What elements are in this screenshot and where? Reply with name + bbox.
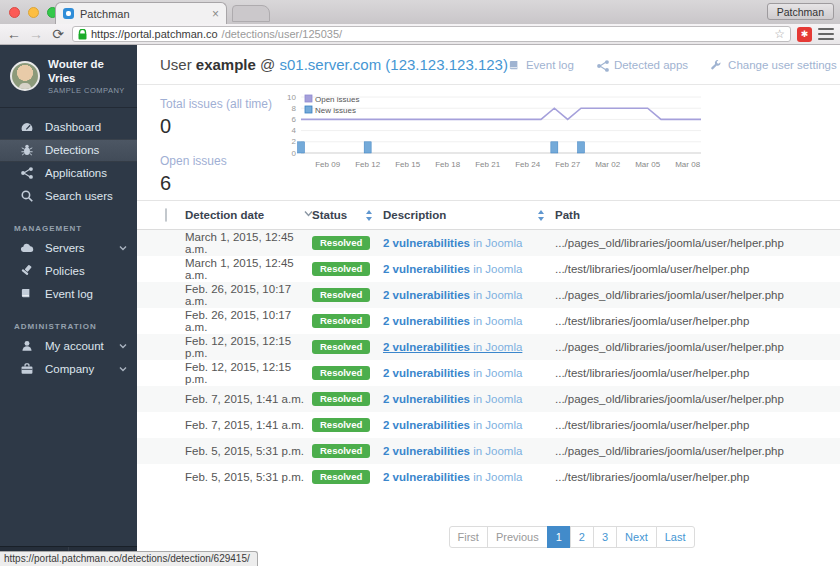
- vulnerability-link[interactable]: 2 vulnerabilities in Joomla: [383, 367, 522, 379]
- svg-text:6: 6: [292, 115, 297, 124]
- sidebar-item-company[interactable]: Company: [0, 358, 137, 381]
- description-cell: 2 vulnerabilities in Joomla: [383, 289, 555, 301]
- status-badge: Resolved: [312, 470, 370, 484]
- sidebar-user-block[interactable]: Wouter de Vries SAMPLE COMPANY: [0, 45, 137, 108]
- header-action-label: Detected apps: [614, 59, 688, 71]
- sidebar-item-label: Servers: [45, 242, 108, 254]
- path-cell: .../test/libraries/joomla/user/helper.ph…: [555, 419, 840, 431]
- vulnerability-count: 2 vulnerabilities: [383, 393, 470, 405]
- svg-text:Feb 21: Feb 21: [475, 160, 500, 169]
- path-text: .../pages_old/libraries/joomla/user/help…: [555, 289, 784, 301]
- patchman-favicon-icon: [63, 8, 74, 19]
- vulnerability-count: 2 vulnerabilities: [383, 445, 470, 457]
- menu-icon[interactable]: [818, 28, 834, 40]
- tab-close-icon[interactable]: ×: [212, 8, 219, 20]
- extension-icon[interactable]: ✱: [797, 27, 812, 42]
- vulnerability-link[interactable]: 2 vulnerabilities in Joomla: [383, 237, 522, 249]
- book-icon: [508, 59, 520, 71]
- path-text: .../test/libraries/joomla/user/helper.ph…: [555, 367, 749, 379]
- sidebar-item-dashboard[interactable]: Dashboard: [0, 116, 137, 139]
- vulnerability-link[interactable]: 2 vulnerabilities in Joomla: [383, 341, 522, 353]
- detection-date-cell: Feb. 12, 2015, 12:15 p.m.: [185, 335, 312, 359]
- page-button-next[interactable]: Next: [616, 526, 657, 548]
- vulnerability-link[interactable]: 2 vulnerabilities in Joomla: [383, 289, 522, 301]
- vulnerability-link[interactable]: 2 vulnerabilities in Joomla: [383, 445, 522, 457]
- path-text: .../pages_old/libraries/joomla/user/help…: [555, 445, 784, 457]
- vulnerability-app: in Joomla: [470, 419, 522, 431]
- sidebar-item-applications[interactable]: Applications: [0, 162, 137, 185]
- briefcase-icon: [20, 362, 34, 376]
- header-action-event-log[interactable]: Event log: [508, 59, 574, 71]
- sidebar-item-my-account[interactable]: My account: [0, 335, 137, 358]
- forward-button[interactable]: →: [28, 27, 44, 41]
- vulnerability-link[interactable]: 2 vulnerabilities in Joomla: [383, 393, 522, 405]
- issues-chart: 0246810Feb 09Feb 12Feb 15Feb 18Feb 21Feb…: [277, 89, 707, 181]
- vulnerability-app: in Joomla: [470, 289, 522, 301]
- window-controls: [9, 7, 58, 18]
- server-link[interactable]: s01.server.com (123.123.123.123): [279, 56, 507, 73]
- page-button-2[interactable]: 2: [570, 526, 594, 548]
- window-minimize-button[interactable]: [28, 7, 39, 18]
- vulnerability-link[interactable]: 2 vulnerabilities in Joomla: [383, 263, 522, 275]
- vulnerability-link[interactable]: 2 vulnerabilities in Joomla: [383, 419, 522, 431]
- sort-both-icon[interactable]: [537, 210, 545, 220]
- svg-text:Feb 18: Feb 18: [435, 160, 460, 169]
- table-row: Feb. 7, 2015, 1:41 a.m.Resolved2 vulnera…: [137, 412, 840, 438]
- svg-text:Mar 08: Mar 08: [675, 160, 700, 169]
- sort-both-icon[interactable]: [365, 210, 373, 220]
- window-close-button[interactable]: [9, 7, 20, 18]
- sidebar-item-policies[interactable]: Policies: [0, 260, 137, 283]
- chevron-down-icon: [119, 245, 127, 251]
- status-cell: Resolved: [312, 314, 383, 328]
- page-button-3[interactable]: 3: [593, 526, 617, 548]
- header-action-label: Change user settings: [728, 59, 837, 71]
- header-action-detected-apps[interactable]: Detected apps: [596, 59, 688, 71]
- description-cell: 2 vulnerabilities in Joomla: [383, 367, 555, 379]
- sidebar-item-detections[interactable]: Detections: [0, 139, 137, 162]
- back-button[interactable]: ←: [6, 27, 22, 41]
- overview-panel: Total issues (all time)0Open issues6 024…: [137, 85, 840, 195]
- sidebar-company-name: SAMPLE COMPANY: [48, 86, 129, 95]
- detections-table: Detection dateStatusDescriptionPath Marc…: [137, 200, 840, 490]
- sidebar-item-event-log[interactable]: Event log: [0, 283, 137, 306]
- sidebar-item-label: Applications: [45, 167, 127, 179]
- header-action-change-user-settings[interactable]: Change user settings: [710, 59, 837, 71]
- column-header-description[interactable]: Description: [383, 209, 555, 221]
- path-text: .../pages_old/libraries/joomla/user/help…: [555, 341, 784, 353]
- sidebar-item-search-users[interactable]: Search users: [0, 185, 137, 208]
- browser-tab[interactable]: Patchman ×: [55, 2, 227, 24]
- vulnerability-app: in Joomla: [470, 237, 522, 249]
- table-row: Feb. 5, 2015, 5:31 p.m.Resolved2 vulnera…: [137, 464, 840, 490]
- status-cell: Resolved: [312, 470, 383, 484]
- user-icon: [20, 339, 34, 353]
- sidebar-item-servers[interactable]: Servers: [0, 237, 137, 260]
- sort-desc-icon[interactable]: [304, 210, 312, 220]
- path-text: .../test/libraries/joomla/user/helper.ph…: [555, 263, 749, 275]
- bookmark-star-icon[interactable]: ☆: [774, 27, 785, 41]
- sidebar-section-title: MANAGEMENT: [0, 224, 137, 237]
- column-header-status[interactable]: Status: [312, 209, 383, 221]
- path-cell: .../pages_old/libraries/joomla/user/help…: [555, 289, 840, 301]
- path-cell: .../pages_old/libraries/joomla/user/help…: [555, 445, 840, 457]
- sidebar-item-label: Detections: [45, 144, 127, 156]
- vulnerability-link[interactable]: 2 vulnerabilities in Joomla: [383, 315, 522, 327]
- chevron-down-icon: [119, 366, 127, 372]
- status-badge: Resolved: [312, 366, 370, 380]
- new-tab-button[interactable]: [232, 5, 270, 22]
- stat-value: 0: [160, 115, 280, 138]
- page-button-last[interactable]: Last: [656, 526, 695, 548]
- column-header-path[interactable]: Path: [555, 209, 840, 221]
- url-bar[interactable]: https://portal.patchman.co/detections/us…: [72, 26, 791, 42]
- status-cell: Resolved: [312, 340, 383, 354]
- status-cell: Resolved: [312, 444, 383, 458]
- vulnerability-link[interactable]: 2 vulnerabilities in Joomla: [383, 471, 522, 483]
- search-icon: [20, 189, 34, 203]
- description-cell: 2 vulnerabilities in Joomla: [383, 341, 555, 353]
- reload-button[interactable]: ⟳: [50, 27, 66, 41]
- table-row: March 1, 2015, 12:45 a.m.Resolved2 vulne…: [137, 256, 840, 282]
- profile-button[interactable]: Patchman: [767, 3, 834, 20]
- status-bar-link: https://portal.patchman.co/detections/de…: [0, 551, 258, 566]
- detection-date-cell: Feb. 26, 2015, 10:17 a.m.: [185, 309, 312, 333]
- page-button-1[interactable]: 1: [547, 526, 571, 548]
- vulnerability-app: in Joomla: [470, 315, 522, 327]
